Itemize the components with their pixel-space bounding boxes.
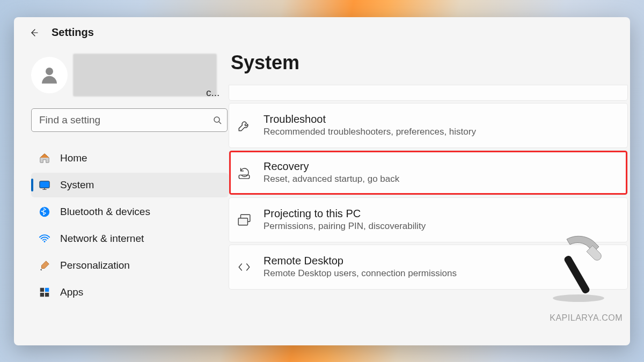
sidebar-item-apps[interactable]: Apps (31, 280, 229, 305)
setting-title: Troubleshoot (264, 113, 476, 125)
sidebar-item-label: Network & internet (60, 233, 144, 245)
sidebar-item-system[interactable]: System (31, 173, 229, 197)
setting-row-recovery[interactable]: Recovery Reset, advanced startup, go bac… (229, 150, 628, 195)
user-icon (38, 64, 61, 86)
page-title: System (229, 45, 630, 85)
app-title: Settings (52, 26, 94, 39)
search-box[interactable] (31, 108, 228, 132)
sidebar-item-label: Home (60, 152, 87, 164)
svg-rect-2 (40, 181, 49, 188)
setting-text: Recovery Reset, advanced startup, go bac… (264, 160, 399, 184)
svg-point-1 (214, 117, 219, 122)
sidebar-item-home[interactable]: Home (31, 146, 229, 171)
wifi-icon (39, 233, 50, 245)
account-section[interactable] (31, 54, 223, 97)
search-icon (213, 116, 222, 124)
sidebar-item-label: Bluetooth & devices (60, 206, 150, 218)
setting-text: Troubleshoot Recommended troubleshooters… (264, 113, 476, 137)
setting-row-projecting[interactable]: Projecting to this PC Permissions, pairi… (229, 197, 628, 242)
avatar (31, 57, 68, 93)
setting-desc: Recommended troubleshooters, preferences… (264, 127, 476, 137)
remote-desktop-icon (237, 260, 252, 275)
settings-list: Troubleshoot Recommended troubleshooters… (229, 85, 630, 290)
watermark-text: KAPILARYA.COM (550, 313, 623, 323)
setting-title: Projecting to this PC (264, 208, 426, 220)
home-icon (39, 152, 50, 164)
settings-window: Settings c... Home (14, 17, 630, 345)
main-panel: System Troubleshoot Recommended troubles… (229, 45, 630, 345)
projecting-icon (237, 212, 252, 227)
wrench-icon (237, 118, 252, 133)
account-truncated-text: c... (206, 87, 219, 99)
search-input[interactable] (39, 114, 213, 126)
system-icon (39, 179, 50, 191)
sidebar-item-bluetooth[interactable]: Bluetooth & devices (31, 200, 229, 224)
sidebar-item-network[interactable]: Network & internet (31, 226, 229, 251)
paintbrush-icon (39, 260, 50, 271)
setting-title: Remote Desktop (264, 255, 457, 267)
content: c... Home System (14, 45, 630, 345)
svg-rect-12 (238, 218, 247, 225)
sidebar-item-label: Apps (60, 286, 83, 298)
setting-desc: Remote Desktop users, connection permiss… (264, 268, 457, 279)
setting-text: Projecting to this PC Permissions, pairi… (264, 208, 426, 232)
recovery-icon (237, 165, 252, 180)
sidebar-item-label: System (60, 179, 94, 191)
svg-rect-8 (40, 292, 44, 296)
svg-point-0 (46, 68, 53, 75)
titlebar: Settings (14, 17, 630, 45)
svg-rect-6 (40, 287, 44, 291)
setting-row-partial[interactable] (229, 85, 628, 101)
setting-desc: Reset, advanced startup, go back (264, 174, 399, 184)
svg-rect-9 (45, 292, 49, 296)
sidebar-item-label: Personalization (60, 260, 130, 271)
sidebar: c... Home System (14, 45, 229, 345)
nav-list: Home System Bluetooth & devices (31, 146, 223, 305)
sidebar-item-personalization[interactable]: Personalization (31, 253, 229, 278)
account-info-blurred (73, 54, 217, 97)
setting-row-troubleshoot[interactable]: Troubleshoot Recommended troubleshooters… (229, 103, 628, 148)
apps-icon (39, 286, 50, 298)
svg-point-5 (44, 241, 46, 242)
setting-title: Recovery (264, 160, 399, 173)
back-button[interactable] (26, 25, 42, 41)
setting-row-remote-desktop[interactable]: Remote Desktop Remote Desktop users, con… (229, 245, 628, 290)
arrow-left-icon (30, 28, 38, 37)
setting-desc: Permissions, pairing PIN, discoverabilit… (264, 221, 426, 232)
bluetooth-icon (39, 206, 50, 218)
svg-rect-7 (45, 287, 49, 291)
generic-icon (237, 85, 252, 97)
setting-text: Remote Desktop Remote Desktop users, con… (264, 255, 457, 279)
